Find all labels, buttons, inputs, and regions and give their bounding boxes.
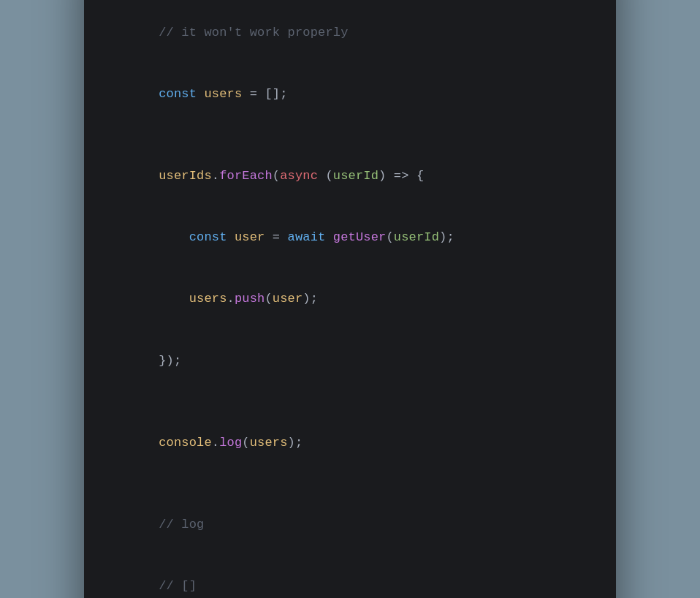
code-line-4: users.push(user); bbox=[113, 268, 587, 330]
code-window: // it won't work properly const users = … bbox=[84, 0, 616, 598]
code-line-3: const user = await getUser(userId); bbox=[113, 207, 587, 268]
code-comment-1: // it won't work properly bbox=[113, 2, 587, 64]
blank-line-3 bbox=[113, 474, 587, 494]
code-comment-3: // [] bbox=[113, 556, 587, 598]
code-comment-2: // log bbox=[113, 494, 587, 556]
blank-line-2 bbox=[113, 392, 587, 412]
code-line-5: }); bbox=[113, 330, 587, 392]
code-line-6: console.log(users); bbox=[113, 412, 587, 474]
code-line-2: userIds.forEach(async (userId) => { bbox=[113, 145, 587, 207]
code-line-1: const users = []; bbox=[113, 64, 587, 125]
code-editor: // it won't work properly const users = … bbox=[84, 0, 616, 598]
blank-line-1 bbox=[113, 125, 587, 145]
